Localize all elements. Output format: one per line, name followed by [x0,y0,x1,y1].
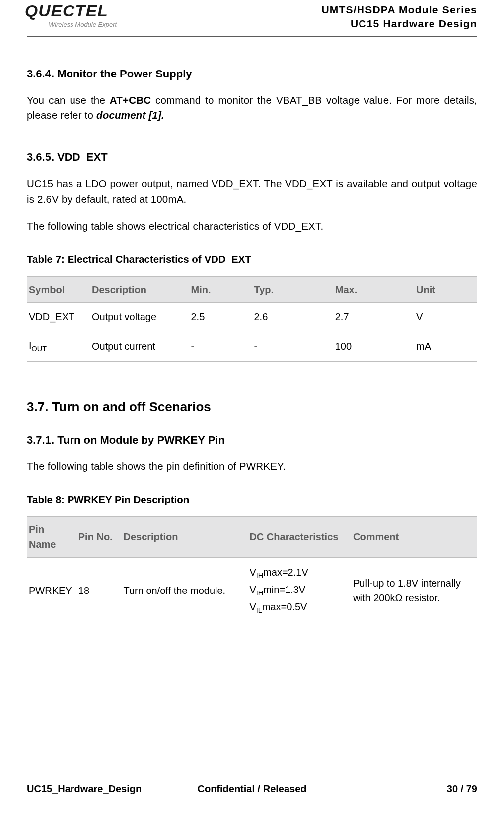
table-header-row: Symbol Description Min. Typ. Max. Unit [27,277,477,303]
heading-3-6-4: 3.6.4. Monitor the Power Supply [27,66,477,82]
table-row: IOUT Output current - - 100 mA [27,331,477,362]
cell-desc: Output current [90,331,189,362]
table-header-row: Pin Name Pin No. Description DC Characte… [27,517,477,558]
col-header: Description [90,277,189,303]
heading-3-7-1: 3.7.1. Turn on Module by PWRKEY Pin [27,432,477,448]
cell-min: - [189,331,252,362]
command-text: AT+CBC [110,94,151,106]
cell-desc: Turn on/off the module. [121,558,247,623]
page-header: QUECTEL Wireless Module Expert UMTS/HSDP… [27,0,477,37]
table-row: VDD_EXT Output voltage 2.5 2.6 2.7 V [27,303,477,331]
cell-pin-name: PWRKEY [27,558,76,623]
col-header: Comment [351,517,477,558]
cell-unit: mA [414,331,477,362]
table-row: PWRKEY 18 Turn on/off the module. VIHmax… [27,558,477,623]
header-line-2: UC15 Hardware Design [321,17,477,31]
col-header: DC Characteristics [247,517,351,558]
logo-block: QUECTEL Wireless Module Expert [27,3,117,30]
cell-min: 2.5 [189,303,252,331]
cell-symbol: VDD_EXT [27,303,90,331]
col-header: Max. [333,277,414,303]
cell-dc: VIHmax=2.1VVIHmin=1.3VVILmax=0.5V [247,558,351,623]
cell-desc: Output voltage [90,303,189,331]
document-ref: document [1]. [96,109,164,121]
cell-typ: 2.6 [252,303,333,331]
logo-main: QUECTEL [25,3,108,19]
cell-unit: V [414,303,477,331]
cell-typ: - [252,331,333,362]
paragraph-3-6-5-a: UC15 has a LDO power output, named VDD_E… [27,176,477,207]
header-title-block: UMTS/HSDPA Module Series UC15 Hardware D… [321,3,477,31]
col-header: Min. [189,277,252,303]
col-header: Symbol [27,277,90,303]
col-header: Unit [414,277,477,303]
paragraph-3-6-5-b: The following table shows electrical cha… [27,219,477,234]
table8-caption: Table 8: PWRKEY Pin Description [27,492,477,508]
heading-3-7: 3.7. Turn on and off Scenarios [27,397,477,417]
footer-center: Confidential / Released [27,781,477,796]
cell-comment: Pull-up to 1.8V internally with 200kΩ re… [351,558,477,623]
text-fragment: You can use the [27,94,110,106]
col-header: Typ. [252,277,333,303]
cell-max: 100 [333,331,414,362]
page-content: 3.6.4. Monitor the Power Supply You can … [27,37,477,624]
logo-sub: Wireless Module Expert [49,20,117,30]
cell-max: 2.7 [333,303,414,331]
header-line-1: UMTS/HSDPA Module Series [321,3,477,17]
cell-symbol: IOUT [27,331,90,362]
paragraph-3-6-4: You can use the AT+CBC command to monito… [27,93,477,124]
heading-3-6-5: 3.6.5. VDD_EXT [27,149,477,165]
cell-pin-no: 18 [76,558,122,623]
col-header: Pin No. [76,517,122,558]
col-header: Pin Name [27,517,76,558]
table7-caption: Table 7: Electrical Characteristics of V… [27,252,477,267]
paragraph-3-7-1: The following table shows the pin defini… [27,459,477,474]
table-8: Pin Name Pin No. Description DC Characte… [27,516,477,623]
table-7: Symbol Description Min. Typ. Max. Unit V… [27,276,477,362]
page-footer: UC15_Hardware_Design Confidential / Rele… [27,774,477,796]
col-header: Description [121,517,247,558]
